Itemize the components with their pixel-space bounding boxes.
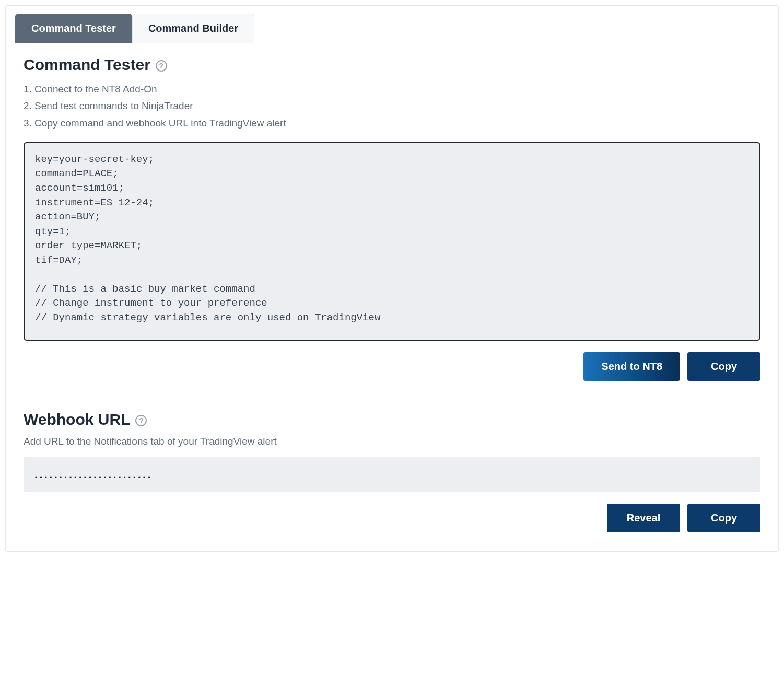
webhook-button-row: Reveal Copy <box>24 504 760 532</box>
command-code-editor[interactable]: key=your-secret-key; command=PLACE; acco… <box>24 142 760 341</box>
instruction-steps: 1. Connect to the NT8 Add-On 2. Send tes… <box>24 81 760 132</box>
copy-command-button[interactable]: Copy <box>687 352 760 381</box>
tab-command-tester[interactable]: Command Tester <box>15 14 132 43</box>
send-to-nt8-button[interactable]: Send to NT8 <box>583 352 680 381</box>
help-icon[interactable]: ? <box>156 60 167 72</box>
webhook-header: Webhook URL ? <box>24 411 760 428</box>
webhook-heading: Webhook URL <box>24 411 130 428</box>
main-panel: Command Tester Command Builder Command T… <box>9 9 775 548</box>
step-2: 2. Send test commands to NinjaTrader <box>24 98 760 114</box>
app-frame: Command Tester Command Builder Command T… <box>5 5 779 552</box>
tab-content: Command Tester ? 1. Connect to the NT8 A… <box>9 43 775 548</box>
copy-webhook-button[interactable]: Copy <box>687 504 760 532</box>
reveal-button[interactable]: Reveal <box>607 504 680 532</box>
section-divider <box>24 396 760 396</box>
help-icon[interactable]: ? <box>135 415 147 426</box>
tab-command-builder[interactable]: Command Builder <box>132 14 254 43</box>
command-tester-header: Command Tester ? <box>24 56 760 74</box>
step-3: 3. Copy command and webhook URL into Tra… <box>24 115 760 132</box>
step-1: 1. Connect to the NT8 Add-On <box>24 81 760 98</box>
command-tester-heading: Command Tester <box>24 56 150 74</box>
webhook-url-field[interactable]: ........................ <box>24 457 760 492</box>
command-button-row: Send to NT8 Copy <box>24 352 760 381</box>
webhook-subtext: Add URL to the Notifications tab of your… <box>24 436 760 447</box>
tab-bar: Command Tester Command Builder <box>9 9 775 43</box>
